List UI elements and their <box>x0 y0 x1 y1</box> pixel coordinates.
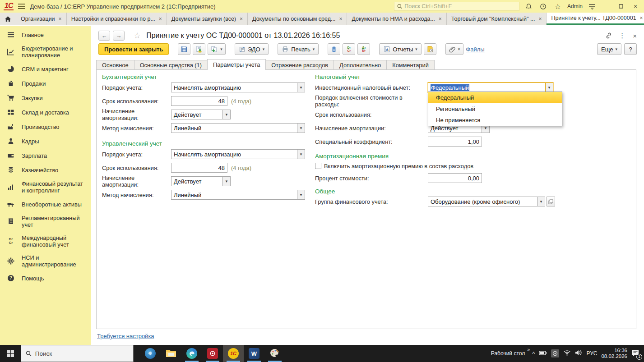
bu-depreciation-method-combo[interactable]: Линейный ▼ <box>171 123 305 133</box>
close-tab-icon[interactable]: × <box>538 16 542 22</box>
uu-accounting-order-combo[interactable]: Начислять амортизацию ▼ <box>171 149 305 159</box>
checkbox-label[interactable]: Включить амортизационную премию в состав… <box>324 163 473 170</box>
sidebar-item-purchases[interactable]: Закупки <box>0 91 91 105</box>
battery-icon[interactable] <box>539 350 547 357</box>
taskbar-app-1c[interactable]: 1С <box>223 345 244 362</box>
back-button[interactable]: ← <box>98 31 110 41</box>
taskbar-app-explorer[interactable] <box>161 345 181 362</box>
dropdown-option-regional[interactable]: Региональный <box>428 103 562 115</box>
tab-purchase-documents[interactable]: Документы закупки (все)× <box>167 13 248 25</box>
cost-percent-input[interactable]: 0,00 <box>428 173 482 183</box>
sidebar-item-hr[interactable]: Кадры <box>0 134 91 148</box>
sidebar-item-budgeting[interactable]: Бюджетирование и планирование <box>0 42 91 62</box>
dropdown-arrow-icon[interactable]: ▼ <box>222 110 230 119</box>
sidebar-item-international-accounting[interactable]: DrCr Международный финансовый учет <box>0 231 91 251</box>
special-coefficient-input[interactable]: 1,00 <box>428 137 482 147</box>
favorite-star-icon[interactable]: ☆ <box>134 31 141 41</box>
restore-button[interactable] <box>616 3 626 10</box>
notification-center-icon[interactable]: 1 <box>631 349 639 358</box>
include-depreciation-bonus-checkbox[interactable] <box>315 163 321 169</box>
taskbar-app-thunderbird[interactable] <box>140 345 161 362</box>
sidebar-item-nsi-administration[interactable]: НСИ и администрирование <box>0 251 91 271</box>
sidebar-item-sales[interactable]: Продажи <box>0 76 91 91</box>
uu-depreciation-status-combo[interactable]: Действует ▼ <box>171 176 231 186</box>
tab-settings-references[interactable]: Настройки и справочники по р...× <box>67 13 167 25</box>
drcr-records-button[interactable]: DrCr <box>343 43 355 55</box>
close-tab-icon[interactable]: × <box>339 16 342 22</box>
toolbar-expand-icon[interactable]: » <box>527 347 530 352</box>
taskbar-app-support[interactable] <box>202 345 223 362</box>
taskbar-app-word[interactable]: W <box>244 345 264 362</box>
volume-icon[interactable] <box>575 350 582 357</box>
history-icon[interactable] <box>538 1 548 11</box>
dtkt-records-button[interactable]: ДтКт <box>357 43 370 55</box>
reports-button[interactable]: Отчеты ▾ <box>379 43 421 55</box>
bu-accounting-order-combo[interactable]: Начислять амортизацию ▼ <box>171 82 305 92</box>
create-based-on-button[interactable]: ▾ <box>208 43 226 55</box>
start-button[interactable] <box>0 345 21 362</box>
dropdown-arrow-icon[interactable]: ▼ <box>297 190 305 199</box>
form-tab-accounting-params[interactable]: Параметры учета <box>207 59 266 70</box>
dropdown-arrow-icon[interactable]: ▼ <box>545 83 553 92</box>
uu-depreciation-method-combo[interactable]: Линейный ▼ <box>171 190 305 200</box>
investment-tax-deduction-combo[interactable]: Федеральный ▼ <box>428 82 553 92</box>
print-button[interactable]: Печать ▾ <box>278 43 319 55</box>
global-search[interactable] <box>394 2 519 11</box>
dropdown-arrow-icon[interactable]: ▼ <box>297 83 305 92</box>
main-menu-icon[interactable] <box>18 2 25 10</box>
uu-useful-life-input[interactable]: 48 <box>171 163 227 173</box>
close-tab-icon[interactable]: × <box>59 16 62 22</box>
sidebar-item-help[interactable]: ? Помощь <box>0 271 91 285</box>
service-menu-icon[interactable] <box>587 1 597 11</box>
wifi-icon[interactable] <box>563 350 571 357</box>
dropdown-arrow-icon[interactable]: ▼ <box>297 124 305 133</box>
sidebar-item-regulated-accounting[interactable]: Регламентированный учет <box>0 211 91 231</box>
setup-required-link[interactable]: Требуется настройка <box>97 333 154 339</box>
taskbar-app-edge[interactable] <box>181 345 202 362</box>
form-tab-expense-reflection[interactable]: Отражение расходов <box>265 60 334 70</box>
tray-app-icon[interactable] <box>551 349 559 357</box>
close-tab-icon[interactable]: × <box>240 16 243 22</box>
close-tab-icon[interactable]: × <box>159 16 162 22</box>
dropdown-arrow-icon[interactable]: ▼ <box>297 150 305 159</box>
global-search-input[interactable] <box>404 3 516 9</box>
tab-trading-house[interactable]: Торговый дом "Комплексный" ...× <box>447 13 547 25</box>
notifications-bell-icon[interactable] <box>524 1 534 11</box>
hidden-icons-chevron[interactable]: ^ <box>532 350 535 357</box>
dropdown-arrow-icon[interactable]: ▼ <box>222 177 230 186</box>
form-tab-comment[interactable]: Комментарий <box>386 60 435 70</box>
save-button[interactable] <box>178 43 190 55</box>
tab-organizations[interactable]: Организации× <box>16 13 67 25</box>
sidebar-item-crm[interactable]: CRM и маркетинг <box>0 62 91 76</box>
form-tab-additional[interactable]: Дополнительно <box>334 60 387 70</box>
close-tab-icon[interactable]: × <box>640 15 643 21</box>
forward-button[interactable]: → <box>113 31 125 41</box>
dropdown-arrow-icon[interactable]: ▼ <box>537 197 545 206</box>
dropdown-option-not-applied[interactable]: Не применяется <box>428 115 562 126</box>
sidebar-item-main[interactable]: Главное <box>0 27 91 42</box>
clock[interactable]: 16:36 08.02.2026 <box>601 348 627 359</box>
register-records-button[interactable] <box>328 43 340 55</box>
close-document-icon[interactable]: × <box>633 32 637 40</box>
tab-fixed-asset-documents[interactable]: Документы по основным сред...× <box>248 13 347 25</box>
edo-button[interactable]: ЭДО ▾ <box>235 43 269 55</box>
kebab-menu-icon[interactable]: ⋮ <box>619 32 625 40</box>
tab-acceptance-accounting-active[interactable]: Принятие к учету... ТД00-000001× <box>547 13 644 25</box>
user-name[interactable]: Admin <box>567 3 583 9</box>
form-tab-main[interactable]: Основное <box>96 60 134 70</box>
sidebar-item-treasury[interactable]: Казначейство <box>0 163 91 177</box>
taskbar-search[interactable] <box>21 345 134 362</box>
form-tab-fixed-assets[interactable]: Основные средства (1) <box>134 60 208 70</box>
post-document-button[interactable] <box>193 43 205 55</box>
close-tab-icon[interactable]: × <box>439 16 442 22</box>
more-button[interactable]: Еще▾ <box>597 43 621 55</box>
taskbar-search-input[interactable] <box>35 350 129 357</box>
bu-useful-life-input[interactable]: 48 <box>171 96 227 106</box>
post-and-close-button[interactable]: Провести и закрыть <box>98 43 169 55</box>
attachments-button[interactable]: ▾ <box>445 43 464 55</box>
sidebar-item-warehouse[interactable]: Склад и доставка <box>0 105 91 119</box>
get-link-icon[interactable] <box>604 32 612 39</box>
help-button[interactable]: ? <box>624 43 637 55</box>
sidebar-item-noncurrent-assets[interactable]: Внеоборотные активы <box>0 197 91 211</box>
minimize-button[interactable]: – <box>602 3 612 10</box>
